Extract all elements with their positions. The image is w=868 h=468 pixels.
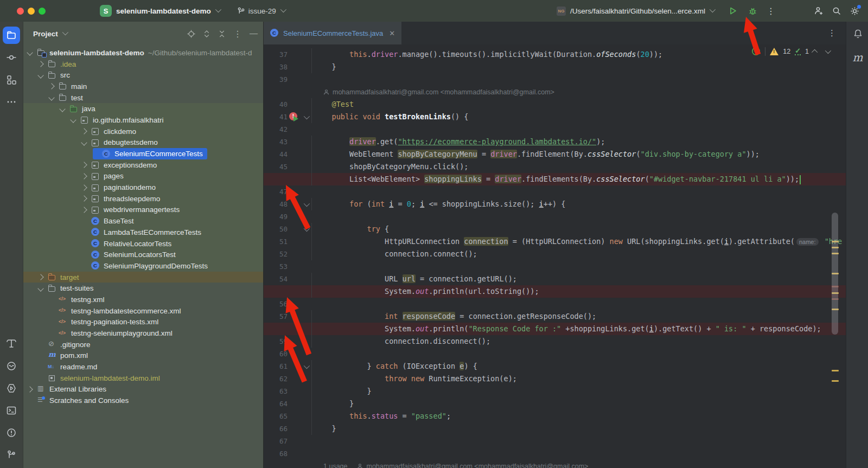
settings-button[interactable]	[847, 4, 861, 18]
tool-button-structure[interactable]	[3, 71, 20, 88]
tree-item[interactable]: src	[23, 69, 263, 81]
run-button[interactable]	[726, 4, 740, 18]
code-line[interactable]: 67	[264, 435, 846, 447]
fold-chevron-icon[interactable]	[304, 362, 310, 368]
chevron-collapsed-icon[interactable]	[81, 162, 87, 168]
tree-item[interactable]: main	[23, 81, 263, 92]
search-button[interactable]	[829, 4, 844, 18]
code-line[interactable]: 60	[264, 348, 846, 360]
code-line[interactable]: 61 } catch (IOException e) {	[264, 360, 846, 373]
code-line[interactable]: 54 URL url = connection.getURL();	[264, 273, 846, 285]
tree-item[interactable]: testng.xml	[23, 294, 263, 305]
test-error-run-icon[interactable]: !	[289, 112, 299, 122]
chevron-down-icon[interactable]	[62, 29, 68, 35]
code-line[interactable]: 65 this.status = "passed";	[264, 410, 846, 422]
tree-item[interactable]: LambdaTestECommerceTests	[23, 227, 263, 238]
tree-item[interactable]: .gitignore	[23, 339, 263, 350]
tree-item[interactable]: External Libraries	[23, 384, 263, 395]
code-line[interactable]: System.out.println(url.toString());	[264, 285, 846, 298]
code-line[interactable]: 40 @Test	[264, 98, 846, 111]
tree-item[interactable]: selenium-lambdatest-demo.iml	[23, 373, 263, 384]
inspections-widget[interactable]: 12 ✓ 1	[751, 47, 829, 56]
tool-button-services[interactable]	[3, 357, 20, 375]
maven-tool-button[interactable]: m	[853, 51, 863, 64]
chevron-collapsed-icon[interactable]	[81, 184, 87, 190]
chevron-collapsed-icon[interactable]	[81, 173, 87, 179]
tree-item[interactable]: Scratches and Consoles	[23, 395, 263, 406]
tree-item[interactable]: BaseTest	[23, 215, 263, 227]
tree-item[interactable]: clickdemo	[23, 126, 263, 137]
tree-item[interactable]: webdrivermanagertests	[23, 204, 263, 216]
code-line[interactable]: 45 shopByCategoryMenu.click();	[264, 161, 846, 173]
usages-annotation[interactable]: 1 usagemohammadfaisalkhatri@gmail.com <m…	[264, 460, 846, 468]
fold-chevron-icon[interactable]	[304, 225, 310, 231]
fold-chevron-icon[interactable]	[304, 200, 310, 206]
chevron-collapsed-icon[interactable]	[27, 386, 33, 392]
tree-item[interactable]: RelativeLocatorTests	[23, 238, 263, 249]
code-line[interactable]: 68	[264, 447, 846, 460]
tree-item[interactable]: SeleniumPlaygroundDemoTests	[23, 260, 263, 272]
chevron-expanded-icon[interactable]	[48, 94, 54, 100]
chevron-collapsed-icon[interactable]	[48, 84, 54, 89]
code-line[interactable]: 49	[264, 210, 846, 223]
tree-item[interactable]: testng-seleniumplayground.xml	[23, 328, 263, 339]
chevron-expanded-icon[interactable]	[37, 285, 43, 291]
code-line[interactable]: 59 connection.disconnect();	[264, 335, 846, 348]
expand-all-icon[interactable]	[203, 30, 210, 38]
chevron-down-icon[interactable]	[710, 6, 716, 12]
tree-item[interactable]: paginationdemo	[23, 182, 263, 193]
code-line[interactable]: 52 connection.connect();	[264, 248, 846, 260]
chevron-collapsed-icon[interactable]	[81, 128, 87, 134]
collapse-all-icon[interactable]	[218, 30, 226, 38]
chevron-expanded-icon[interactable]	[37, 72, 43, 78]
tree-item[interactable]: debugtestsdemo	[23, 137, 263, 149]
tool-button-commit[interactable]	[3, 49, 20, 66]
fold-chevron-icon[interactable]	[304, 113, 310, 119]
code-line[interactable]: 39	[264, 73, 846, 86]
branch-widget[interactable]: issue-29	[237, 7, 288, 15]
close-icon[interactable]	[17, 8, 24, 15]
chevron-expanded-icon[interactable]	[81, 139, 87, 145]
code-editor[interactable]: 12 ✓ 1 37 this.driver.manage().timeouts(…	[264, 44, 846, 468]
project-name[interactable]: selenium-lambdatest-demo	[116, 7, 211, 15]
tree-item[interactable]: java	[23, 103, 263, 114]
code-line[interactable]: 64 }	[264, 398, 846, 410]
kebab-menu-icon[interactable]: ⋮	[764, 4, 778, 18]
code-line[interactable]: 47	[264, 185, 846, 198]
tool-button-version-control[interactable]	[3, 446, 20, 464]
bell-icon[interactable]	[853, 29, 863, 39]
tree-item[interactable]: SeleniumLocatorsTest	[23, 249, 263, 260]
chevron-collapsed-icon[interactable]	[81, 196, 87, 202]
tool-button-run-anything[interactable]	[3, 380, 20, 397]
chevron-collapsed-icon[interactable]	[81, 207, 87, 213]
chevron-expanded-icon[interactable]	[59, 106, 65, 112]
tree-item[interactable]: testng-pagination-tests.xml	[23, 317, 263, 328]
warning-count[interactable]: 12	[783, 48, 790, 55]
tree-item[interactable]: test-suites	[23, 283, 263, 294]
code-line[interactable]: 41! public void testBrokenLinks() {	[264, 111, 846, 123]
code-line[interactable]: 56	[264, 298, 846, 310]
add-user-button[interactable]	[812, 4, 826, 18]
code-line[interactable]: 50 try {	[264, 223, 846, 235]
tab-selenium-ecommerce-tests[interactable]: SeleniumECommerceTests.java ✕	[264, 22, 401, 44]
chevron-down-icon[interactable]	[215, 6, 221, 12]
panel-title[interactable]: Project	[33, 30, 58, 38]
tool-button-more[interactable]	[3, 93, 20, 111]
tree-item[interactable]: pom.xml	[23, 350, 263, 362]
tool-button-terminal[interactable]	[3, 402, 20, 419]
code-line[interactable]: 66 }	[264, 422, 846, 435]
code-line[interactable]: 48 for (int i = 0; i <= shoppingLinks.si…	[264, 198, 846, 210]
scrollbar-thumb[interactable]	[832, 213, 838, 335]
tree-item[interactable]: .idea	[23, 59, 263, 70]
code-line[interactable]: System.out.println("Response Code for :"…	[264, 323, 846, 335]
typo-count[interactable]: 1	[805, 48, 809, 55]
tool-button-problems[interactable]	[3, 424, 20, 441]
code-line[interactable]: 53	[264, 260, 846, 273]
tree-item[interactable]: threadsleepdemo	[23, 193, 263, 204]
close-tab-icon[interactable]: ✕	[389, 29, 395, 37]
tree-item[interactable]: pages	[23, 171, 263, 182]
zoom-icon[interactable]	[39, 8, 46, 15]
debug-button[interactable]	[745, 4, 760, 18]
tree-item[interactable]: testng-lambdatestecommerce.xml	[23, 305, 263, 317]
tree-item[interactable]: readme.md	[23, 361, 263, 373]
